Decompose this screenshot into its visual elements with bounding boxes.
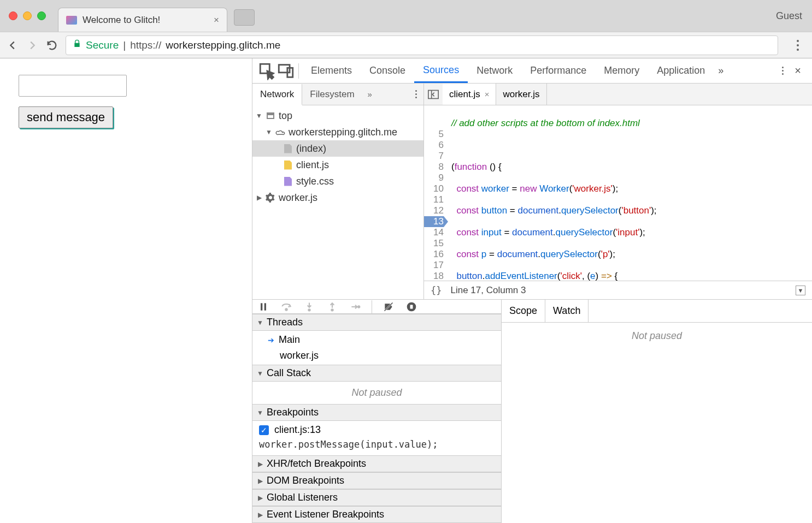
tree-worker-label: worker.js [279,192,317,204]
devtools: Elements Console Sources Network Perform… [252,58,812,523]
threads-section[interactable]: Threads [252,314,501,331]
gutter[interactable]: 56789101112131415161718 [424,105,447,281]
navbar: Secure | https://workerstepping.glitch.m… [0,32,812,58]
close-window-button[interactable] [9,11,17,20]
send-message-button[interactable]: send message [19,106,113,128]
thread-worker[interactable]: worker.js [252,348,501,364]
file-tree: top workerstepping.glitch.me (index) cli… [252,105,423,299]
xhr-breakpoints-section[interactable]: XHR/fetch Breakpoints [252,455,501,472]
forward-button[interactable] [26,39,38,51]
breakpoint-location: client.js:13 [274,424,321,436]
tab-elements[interactable]: Elements [302,58,361,83]
dom-breakpoints-section[interactable]: DOM Breakpoints [252,472,501,489]
separator [372,300,372,313]
tree-file-index[interactable]: (index) [252,140,423,157]
devtools-body: Network Filesystem » top workerstepping.… [252,84,812,299]
browser-menu-button[interactable] [790,40,805,51]
tree-file-stylecss[interactable]: style.css [252,173,423,189]
step-into-button[interactable] [303,300,316,313]
global-listeners-section[interactable]: Global Listeners [252,489,501,506]
tab-title: Welcome to Glitch! [83,15,208,26]
thread-main[interactable]: ➔Main [252,332,501,348]
pause-button[interactable] [257,300,270,313]
code-editor[interactable]: 56789101112131415161718 // add other scr… [424,105,812,281]
sources-navigator: Network Filesystem » top workerstepping.… [252,84,424,299]
tab-console[interactable]: Console [361,58,414,83]
svg-point-10 [358,306,360,307]
maximize-window-button[interactable] [37,11,46,20]
code-lines: // add other scripts at the bottom of in… [447,105,657,281]
svg-point-8 [308,309,310,311]
tree-domain[interactable]: workerstepping.glitch.me [252,124,423,140]
inspect-element-button[interactable] [258,62,276,80]
svg-rect-16 [410,305,411,308]
tree-index-label: (index) [296,143,326,154]
svg-rect-3 [428,90,438,98]
tab-performance[interactable]: Performance [521,58,595,83]
close-tab-button[interactable]: × [214,15,219,26]
address-bar[interactable]: Secure | https://workerstepping.glitch.m… [66,35,778,55]
tree-worker[interactable]: worker.js [252,189,423,206]
tree-top[interactable]: top [252,108,423,124]
step-out-button[interactable] [326,300,339,313]
active-thread-icon: ➔ [268,336,274,344]
reload-button[interactable] [46,39,58,51]
more-navigator-tabs[interactable]: » [362,90,378,99]
editor-tab-workerjs[interactable]: worker.js [496,84,546,105]
titlebar: Welcome to Glitch! × Guest [0,0,812,32]
profile-label[interactable]: Guest [776,10,802,22]
navigator-tab-filesystem[interactable]: Filesystem [302,84,362,105]
devtools-tabs: Elements Console Sources Network Perform… [252,58,812,84]
breakpoints-section[interactable]: Breakpoints [252,404,501,421]
event-listener-breakpoints-section[interactable]: Event Listener Breakpoints [252,506,501,523]
page-viewport: send message [0,58,252,523]
coverage-dropdown[interactable]: ▼ [796,286,805,295]
url-separator: | [123,39,126,51]
back-button[interactable] [7,39,19,51]
callstack-section[interactable]: Call Stack [252,365,501,382]
debugger-left: Threads ➔Main worker.js Call Stack Not p… [252,300,502,523]
breakpoint-item[interactable]: ✓ client.js:13 [252,422,501,438]
devtools-menu-button[interactable] [776,67,789,75]
editor-status-bar: {} Line 17, Column 3 ▼ [424,281,812,299]
url-host: workerstepping.glitch.me [166,39,280,51]
tree-top-label: top [279,110,292,122]
breakpoint-checkbox[interactable]: ✓ [259,425,269,435]
browser-tab[interactable]: Welcome to Glitch! × [58,8,227,32]
favicon-icon [66,16,77,25]
tab-network[interactable]: Network [468,58,521,83]
device-mode-button[interactable] [276,62,295,80]
pretty-print-button[interactable]: {} [431,285,442,296]
step-button[interactable] [349,300,362,313]
svg-rect-17 [411,305,413,308]
tab-application[interactable]: Application [648,58,714,83]
close-editor-tab-button[interactable]: × [485,90,490,99]
new-tab-button[interactable] [234,9,255,26]
watch-tab[interactable]: Watch [545,300,589,322]
separator [298,63,299,79]
pause-on-exceptions-button[interactable] [405,300,418,313]
tree-file-clientjs[interactable]: client.js [252,157,423,173]
scope-tabs: Scope Watch [502,300,812,323]
tab-memory[interactable]: Memory [595,58,648,83]
step-over-button[interactable] [280,300,293,313]
close-devtools-button[interactable]: × [789,64,807,77]
lock-icon [73,39,81,51]
scope-body: Not paused [502,323,812,523]
deactivate-breakpoints-button[interactable] [382,300,395,313]
editor-tab-clientjs[interactable]: client.js× [443,84,496,105]
scope-tab[interactable]: Scope [502,300,545,322]
tab-sources[interactable]: Sources [414,58,468,83]
toggle-navigator-button[interactable] [424,90,443,99]
minimize-window-button[interactable] [23,11,32,20]
scope-status: Not paused [632,330,682,342]
browser-chrome: Welcome to Glitch! × Guest Secure | http… [0,0,812,58]
content: send message Elements Console Sources Ne… [0,58,812,523]
editor-tabs: client.js× worker.js [424,84,812,105]
more-tabs-button[interactable]: » [714,65,728,76]
svg-point-9 [331,309,333,311]
message-input[interactable] [19,75,127,97]
navigator-tab-network[interactable]: Network [252,84,302,105]
navigator-menu-button[interactable] [409,90,423,98]
window-controls [9,11,46,20]
